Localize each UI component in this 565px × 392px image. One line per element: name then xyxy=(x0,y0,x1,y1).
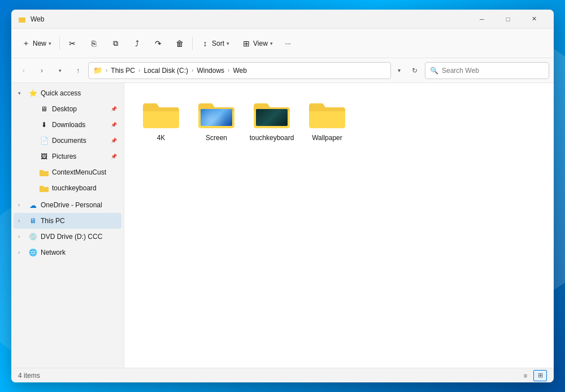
more-button[interactable]: ··· xyxy=(280,36,297,51)
delete-button[interactable]: 🗑 xyxy=(169,36,190,51)
file-item-touchkeyboard[interactable]: touchkeyboard xyxy=(246,94,297,146)
sidebar-item-quickaccess[interactable]: ▾ ⭐ Quick access xyxy=(14,85,121,101)
thispc-icon: 🖥 xyxy=(28,216,37,225)
sidebar-item-thispc[interactable]: › 🖥 This PC xyxy=(14,213,121,229)
chevron-right-icon-dvd: › xyxy=(18,234,25,239)
search-box[interactable]: 🔍 xyxy=(425,62,549,79)
chevron-down-icon: ▾ xyxy=(18,90,25,96)
onedrive-label: OneDrive - Personal xyxy=(41,201,117,209)
sidebar-item-desktop[interactable]: 🖥 Desktop 📌 xyxy=(25,101,121,117)
file-item-wallpaper[interactable]: Wallpaper xyxy=(302,94,353,146)
up-button[interactable]: ↑ xyxy=(70,63,86,79)
status-bar: 4 items ≡ ⊞ xyxy=(11,368,554,382)
view-button[interactable]: ⊞ View ▾ xyxy=(236,36,279,51)
chevron-right-icon-network: › xyxy=(18,250,25,255)
cut-button[interactable]: ✂ xyxy=(62,36,82,51)
sidebar-item-network[interactable]: › 🌐 Network xyxy=(14,245,121,260)
pictures-icon: 🖼 xyxy=(40,152,49,161)
chevron-right-icon-thispc: › xyxy=(18,218,25,224)
sidebar-item-documents[interactable]: 📄 Documents 📌 xyxy=(25,133,121,149)
main-content: ▾ ⭐ Quick access 🖥 Desktop 📌 ⬇ Downloads xyxy=(11,83,554,368)
file-grid: 4K Screen xyxy=(136,94,542,146)
window-controls: ─ □ ✕ xyxy=(469,10,547,29)
svg-rect-1 xyxy=(19,18,21,19)
sidebar-item-dvd[interactable]: › 💿 DVD Drive (D:) CCC xyxy=(14,229,121,245)
onedrive-icon: ☁ xyxy=(28,201,37,210)
folder-icon-wallpaper xyxy=(307,99,347,130)
close-button[interactable]: ✕ xyxy=(521,10,547,29)
view-icon: ⊞ xyxy=(242,39,251,48)
quickaccess-icon: ⭐ xyxy=(28,89,37,98)
status-count: 4 items xyxy=(18,372,40,380)
sidebar-item-contextmenucust[interactable]: ContextMenuCust xyxy=(25,164,121,180)
sort-button[interactable]: ↕ Sort ▾ xyxy=(195,36,235,51)
dvd-label: DVD Drive (D:) CCC xyxy=(41,233,117,241)
delete-icon: 🗑 xyxy=(175,39,184,48)
forward-button[interactable]: › xyxy=(34,63,50,79)
rename-button[interactable]: ↷ xyxy=(148,36,168,51)
new-dropdown-icon: ▾ xyxy=(49,41,51,46)
list-view-button[interactable]: ≡ xyxy=(519,370,532,381)
sidebar-item-touchkeyboard[interactable]: touchkeyboard xyxy=(25,180,121,196)
sidebar-item-pictures[interactable]: 🖼 Pictures 📌 xyxy=(25,149,121,164)
documents-label: Documents xyxy=(52,137,107,145)
dvd-icon: 💿 xyxy=(28,232,37,241)
pin-icon-downloads: 📌 xyxy=(111,122,117,128)
view-dropdown-icon: ▾ xyxy=(270,41,273,46)
new-label: New xyxy=(33,40,46,47)
sidebar-section-quickaccess: ▾ ⭐ Quick access 🖥 Desktop 📌 ⬇ Downloads xyxy=(11,85,124,196)
path-current: Web xyxy=(233,67,246,75)
back-button[interactable]: ‹ xyxy=(16,63,32,79)
sort-label: Sort xyxy=(212,40,224,47)
path-localdisk[interactable]: Local Disk (C:) xyxy=(144,67,188,75)
address-dropdown-button[interactable]: ▾ xyxy=(393,65,405,76)
path-windows[interactable]: Windows xyxy=(197,67,224,75)
sidebar-item-downloads[interactable]: ⬇ Downloads 📌 xyxy=(25,117,121,133)
copy-button[interactable]: ⎘ xyxy=(84,36,104,51)
quickaccess-label: Quick access xyxy=(41,89,117,97)
file-item-screen[interactable]: Screen xyxy=(191,94,242,146)
refresh-button[interactable]: ↻ xyxy=(407,63,423,79)
minimize-button[interactable]: ─ xyxy=(469,10,495,29)
pin-icon-desktop: 📌 xyxy=(111,106,117,112)
search-icon: 🔍 xyxy=(430,67,438,75)
search-input[interactable] xyxy=(442,67,544,75)
new-button[interactable]: ＋ New ▾ xyxy=(16,36,57,51)
touchkeyboard-sidebar-label: touchkeyboard xyxy=(52,184,117,192)
share-button[interactable]: ⤴ xyxy=(127,36,147,51)
file-label-touchkeyboard: touchkeyboard xyxy=(250,134,294,142)
view-label: View xyxy=(253,40,268,47)
path-folder-icon: 📁 xyxy=(93,66,102,75)
address-bar: ‹ › ▾ ↑ 📁 › This PC › Local Disk (C:) › … xyxy=(11,58,554,83)
sort-dropdown-icon: ▾ xyxy=(227,41,229,46)
path-thispc[interactable]: This PC xyxy=(111,67,135,75)
sidebar-quickaccess-children: 🖥 Desktop 📌 ⬇ Downloads 📌 📄 Documents xyxy=(11,101,124,196)
file-item-4k[interactable]: 4K xyxy=(136,94,186,146)
recent-button[interactable]: ▾ xyxy=(52,63,68,79)
window-icon xyxy=(18,15,26,23)
documents-icon: 📄 xyxy=(40,136,49,145)
copy-icon: ⎘ xyxy=(89,39,98,48)
grid-view-button[interactable]: ⊞ xyxy=(533,370,547,381)
thispc-label: This PC xyxy=(41,217,117,225)
paste-button[interactable]: ⧉ xyxy=(105,36,125,51)
status-view-buttons: ≡ ⊞ xyxy=(519,370,547,381)
file-label-4k: 4K xyxy=(157,134,166,142)
desktop-label: Desktop xyxy=(52,105,107,113)
contextmenu-folder-icon xyxy=(40,168,49,177)
new-icon: ＋ xyxy=(21,39,31,48)
pin-icon-pictures: 📌 xyxy=(111,154,117,159)
file-explorer-window: Web ─ □ ✕ ＋ New ▾ ✂ ⎘ ⧉ ⤴ ↷ 🗑 xyxy=(11,10,554,382)
folder-icon-4k xyxy=(141,99,181,130)
paste-icon: ⧉ xyxy=(111,39,120,48)
sort-icon: ↕ xyxy=(201,39,210,48)
share-icon: ⤴ xyxy=(132,39,141,48)
sidebar: ▾ ⭐ Quick access 🖥 Desktop 📌 ⬇ Downloads xyxy=(11,83,124,368)
sidebar-item-onedrive[interactable]: › ☁ OneDrive - Personal xyxy=(14,197,121,213)
address-path[interactable]: 📁 › This PC › Local Disk (C:) › Windows … xyxy=(88,62,391,79)
pictures-label: Pictures xyxy=(52,153,107,160)
maximize-button[interactable]: □ xyxy=(495,10,521,29)
downloads-icon: ⬇ xyxy=(40,120,49,129)
toolbar-divider-1 xyxy=(59,37,60,50)
cut-icon: ✂ xyxy=(68,39,77,48)
